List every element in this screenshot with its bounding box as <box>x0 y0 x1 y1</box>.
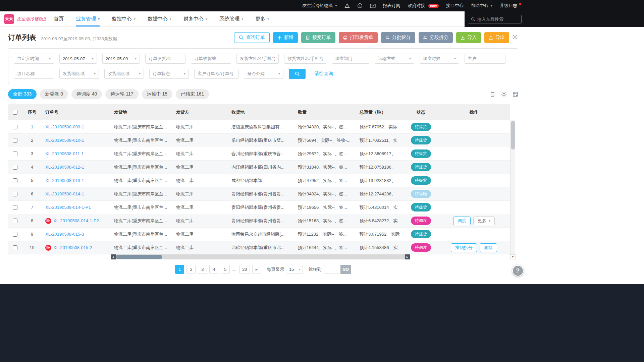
go-button[interactable]: GO <box>340 265 351 274</box>
order-number-link[interactable]: XL-20190508-012-1 <box>45 165 84 170</box>
horizontal-scroll-thumb[interactable] <box>116 255 162 259</box>
nav-item-business[interactable]: 业务管理▾ <box>76 11 100 26</box>
order-number-link[interactable]: XL-20190508-011-1 <box>45 151 84 156</box>
row-checkbox[interactable] <box>13 245 17 250</box>
row-checkbox[interactable] <box>13 232 17 237</box>
vertical-scrollbar[interactable]: ▼ <box>510 120 515 259</box>
row-checkbox[interactable] <box>13 165 17 170</box>
tab-pending-transport[interactable]: 待运输 117 <box>105 89 138 99</box>
page-button-3[interactable]: 3 <box>198 265 207 274</box>
settings-icon[interactable] <box>501 91 507 98</box>
topbar-link-upgrade-log[interactable]: 升级日志 <box>500 3 521 9</box>
nav-item-home[interactable]: 首页 <box>54 11 64 26</box>
horizontal-scrollbar[interactable]: ◀ ▶ <box>111 254 410 259</box>
page-button-23[interactable]: 23 <box>239 265 250 274</box>
company-switcher[interactable]: 友生活冷链物流 ▾ <box>302 3 337 9</box>
info-icon[interactable] <box>357 3 363 8</box>
row-checkbox[interactable] <box>13 178 17 183</box>
vertical-scroll-thumb[interactable] <box>511 121 515 149</box>
segment-split-button[interactable]: 分段拆分 <box>419 32 453 43</box>
tab-pending-dispatch[interactable]: 待调度 40 <box>71 89 102 99</box>
filter-customer[interactable]: 客户 <box>465 54 505 64</box>
filter-origin-region[interactable]: 发货地区域▾ <box>59 69 99 79</box>
order-number-link[interactable]: XL-20190508-010-1 <box>45 138 84 143</box>
order-number-link[interactable]: XL-20190508-015-3 <box>45 232 84 237</box>
filter-is-outsourced[interactable]: 是否外购▾ <box>244 69 283 79</box>
delete-button[interactable]: 删除 <box>480 243 497 252</box>
query-orders-button[interactable]: 查询订单 <box>234 32 270 43</box>
filter-project-name[interactable]: 项目名称 <box>14 69 54 79</box>
export-table-icon[interactable] <box>513 92 518 97</box>
tab-all[interactable]: 全部 333 <box>8 89 37 99</box>
filter-transport-mode[interactable]: 运输方式▾ <box>375 54 414 64</box>
filter-consignee-name-phone[interactable]: 收货方姓名/手机号 <box>284 54 326 64</box>
topbar-link-help-center[interactable]: 帮助中心▾ <box>471 3 492 9</box>
dispatch-button[interactable]: 调度 <box>453 217 471 225</box>
nav-item-system[interactable]: 系统管理▾ <box>219 11 243 26</box>
scroll-left-icon[interactable]: ◀ <box>111 254 116 259</box>
row-checkbox[interactable] <box>13 205 17 210</box>
topbar-link-gov-connect[interactable]: 政府对接new <box>408 3 439 9</box>
filter-order-status[interactable]: 订单状态▾ <box>149 69 189 79</box>
topbar-link-report-subscribe[interactable]: 报表订阅 <box>383 3 400 9</box>
row-checkbox[interactable] <box>13 152 17 156</box>
filter-custom-time[interactable]: 自定义时间▾ <box>14 54 54 64</box>
row-checkbox[interactable] <box>13 138 17 143</box>
page-settings-button[interactable] <box>512 34 518 41</box>
tab-new-assigned[interactable]: 新委派 0 <box>40 89 68 99</box>
filter-order-destination[interactable]: 订单收货地 <box>191 54 231 64</box>
nav-item-data-center[interactable]: 数据中心▾ <box>148 11 171 26</box>
create-order-button[interactable]: 新增 <box>273 32 298 43</box>
print-shipping-note-button[interactable]: 打印发货单 <box>339 32 378 43</box>
export-button[interactable]: 导出 <box>484 32 509 43</box>
filter-shipper-name-phone[interactable]: 发货方姓名/手机号 <box>236 54 279 64</box>
filter-search-button[interactable] <box>289 69 306 79</box>
scroll-right-icon[interactable]: ▶ <box>405 254 410 259</box>
nav-item-monitor[interactable]: 监控中心▾ <box>112 11 136 26</box>
revoke-split-button[interactable]: 撤销拆分 <box>451 243 477 252</box>
filter-date-start[interactable]: 2019-05-07▾ <box>59 54 97 64</box>
topbar-link-api-center[interactable]: 接口中心 <box>446 3 464 9</box>
plate-search-box[interactable] <box>468 15 522 23</box>
filter-customer-order-no[interactable]: 客户订单号/订单号 <box>194 69 238 79</box>
per-page-select[interactable]: 15 ▾ <box>287 265 303 274</box>
page-button-4[interactable]: 4 <box>209 265 218 274</box>
tab-in-transit[interactable]: 运输中 15 <box>142 89 172 99</box>
order-number-link[interactable]: 晚XL-20190508-015-2 <box>45 245 92 251</box>
warning-icon[interactable] <box>344 3 350 8</box>
import-button[interactable]: 导入 <box>456 32 481 43</box>
batch-split-button[interactable]: 分批拆分 <box>381 32 415 43</box>
filter-destination-region[interactable]: 收货地区域▾ <box>104 69 144 79</box>
page-button-2[interactable]: 2 <box>186 265 196 274</box>
delete-icon[interactable] <box>490 92 495 97</box>
accept-orders-button[interactable]: 接受订单 <box>301 32 335 43</box>
horizontal-scroll-track[interactable] <box>116 254 405 259</box>
app-logo[interactable]: 天天 友生活冷链物流 <box>0 11 54 26</box>
filter-dispatch-department[interactable]: 调度部门 <box>332 54 369 64</box>
filter-dispatch-timeliness[interactable]: 调度时效▾ <box>420 54 459 64</box>
nav-item-more[interactable]: 更多▾ <box>255 11 269 26</box>
more-button[interactable]: 更多▾ <box>473 217 495 225</box>
page-button-5[interactable]: 5 <box>221 265 230 274</box>
jump-page-input[interactable] <box>324 265 338 274</box>
row-checkbox[interactable] <box>13 192 17 196</box>
next-page-button[interactable]: ▶ <box>252 265 261 274</box>
order-number-link[interactable]: XL-20190508-014-1-P1 <box>45 205 91 210</box>
select-all-checkbox[interactable] <box>13 110 17 115</box>
nav-item-finance[interactable]: 财务中心▾ <box>183 11 207 26</box>
order-number-link[interactable]: XL-20190508-009-1 <box>45 124 84 129</box>
scroll-down-icon[interactable]: ▼ <box>510 254 516 259</box>
filter-date-end[interactable]: 2019-05-09▾ <box>102 54 140 64</box>
order-number-link[interactable]: XL-20190508-014-1 <box>45 191 84 196</box>
row-checkbox[interactable] <box>13 219 17 223</box>
order-number-link[interactable]: 晚XL-20190508-014-1-P2 <box>45 218 99 224</box>
clear-query-link[interactable]: 清空查询 <box>314 71 333 77</box>
help-button[interactable]: ? <box>512 265 524 277</box>
mail-icon[interactable] <box>370 4 376 8</box>
order-number-link[interactable]: XL-20190508-013-1 <box>45 178 84 183</box>
plate-search-input[interactable] <box>477 17 517 22</box>
tab-finished[interactable]: 已结束 161 <box>176 89 209 99</box>
page-button-1[interactable]: 1 <box>175 265 184 274</box>
filter-order-origin[interactable]: 订单发货地 <box>145 54 185 64</box>
row-checkbox[interactable] <box>13 125 17 129</box>
